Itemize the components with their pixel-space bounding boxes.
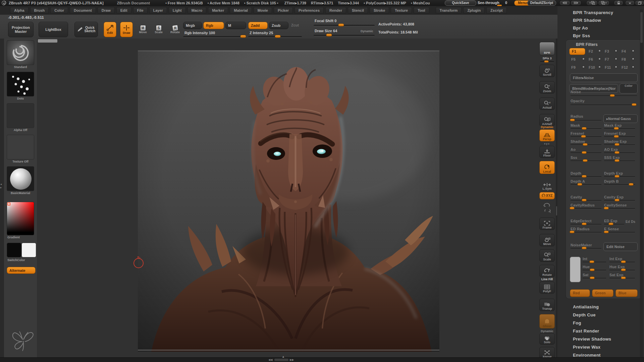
alternate-button[interactable]: Alternate [7, 267, 36, 274]
menu-render[interactable]: Render [325, 7, 346, 14]
polyf-button[interactable]: PolyF [539, 282, 555, 294]
menu-transform[interactable]: Transform [436, 7, 462, 14]
divider-left-icon[interactable] [559, 0, 570, 5]
document-canvas[interactable]: ↻ [138, 50, 439, 352]
lightbox-button[interactable]: LightBox [39, 22, 68, 37]
shadow-slider[interactable] [571, 144, 601, 145]
rotate-y-icon[interactable] [543, 202, 551, 208]
blue-channel-button[interactable]: Blue [615, 289, 638, 297]
bpr-ao-toggle[interactable]: Bpr Ao [573, 25, 588, 31]
menu-macro[interactable]: Macro [187, 7, 206, 14]
menu-file[interactable]: File [133, 7, 148, 14]
timeline-marker-icon[interactable]: ▲ [282, 355, 285, 358]
persp-button[interactable]: Persp [539, 129, 555, 141]
filter-slot-f2[interactable]: F2 [589, 49, 593, 53]
rotate-button[interactable]: R Rotate [169, 22, 181, 37]
filter-slot-f7[interactable]: F7 [605, 57, 609, 61]
bpr-sss-toggle[interactable]: Bpr Sss [573, 33, 590, 38]
filter-color-swatch[interactable]: Color [620, 83, 638, 94]
fresnel-exp-slider[interactable] [604, 136, 635, 137]
aahalf-button[interactable]: AAHalf [539, 114, 555, 126]
sat-exp-slider[interactable] [609, 278, 635, 279]
int-exp-slider[interactable] [609, 262, 635, 263]
filter-slot-f12[interactable]: F12 [622, 65, 628, 69]
projection-master-button[interactable]: ProjectionMaster [8, 22, 34, 37]
depth-slider[interactable] [571, 176, 601, 177]
quicksave-button[interactable]: QuickSave [445, 0, 476, 6]
brush-thumbnail-standard[interactable]: Standard [7, 40, 34, 69]
falloff-type-dropdown[interactable]: ▸Normal Gauss [603, 114, 638, 123]
bpr-filters-header[interactable]: BPR Filters [576, 42, 598, 47]
rotate-z-icon[interactable] [543, 209, 551, 216]
draw-size-slider[interactable] [314, 35, 375, 36]
ghost-button[interactable]: Ghost [539, 314, 555, 328]
hue-slider[interactable] [583, 270, 606, 271]
bpr-transparency-toggle[interactable]: BPR Transparency [573, 10, 613, 15]
depth-cue-section[interactable]: Depth Cue [573, 312, 596, 317]
color-picker-cursor[interactable] [7, 202, 10, 205]
radius-slider[interactable] [571, 120, 601, 121]
floor-button[interactable]: Floor [539, 146, 555, 158]
opacity-slider[interactable] [571, 105, 637, 106]
menu-draw[interactable]: Draw [98, 7, 115, 14]
menu-color[interactable]: Color [50, 7, 68, 14]
mask-exp-slider[interactable] [604, 128, 635, 129]
hue-exp-slider[interactable] [609, 270, 635, 271]
zoom-button[interactable]: Zoom [539, 81, 555, 94]
bpr-shadow-toggle[interactable]: BPR Shadow [573, 18, 601, 23]
fresnel-slider[interactable] [571, 136, 601, 137]
menu-marker[interactable]: Marker [208, 7, 228, 14]
z-intensity-slider[interactable] [248, 36, 302, 38]
filter-slot-f10[interactable]: F10 [589, 65, 595, 69]
frame-button[interactable]: Frame [539, 218, 555, 230]
filter-slot-f4[interactable]: F4 [622, 49, 626, 53]
hscroll-left-icon[interactable]: ◀◀ [268, 358, 272, 361]
sss-exp-slider[interactable] [604, 161, 635, 162]
main-color-swatch[interactable] [7, 243, 21, 257]
sat-slider[interactable] [583, 278, 606, 279]
filter-tint-swatch[interactable] [570, 257, 581, 282]
filter-type-dropdown[interactable]: Filter▸Noise [570, 73, 638, 82]
edit-noise-button[interactable]: Edit Noise [603, 242, 638, 251]
document-grip[interactable] [38, 39, 57, 43]
menu-alpha[interactable]: Alpha [10, 7, 29, 14]
rgb-intensity-slider[interactable] [183, 36, 246, 38]
green-channel-button[interactable]: Green [592, 289, 613, 297]
actual-size-button[interactable]: x1 Actual [539, 98, 555, 110]
lsym-button[interactable]: L.Sym [539, 181, 555, 191]
menu-stroke[interactable]: Stroke [370, 7, 389, 14]
menu-movie[interactable]: Movie [254, 7, 272, 14]
stroke-thumbnail-dots[interactable]: Dots [7, 72, 34, 100]
antialiasing-section[interactable]: Antialiasing [573, 304, 599, 309]
depth-b-slider[interactable] [604, 184, 635, 185]
solo-button[interactable]: Solo [539, 333, 555, 345]
filter-slot-f8[interactable]: F8 [622, 57, 626, 61]
alpha-thumbnail-off[interactable]: Alpha Off [7, 103, 34, 132]
spix-slider[interactable] [540, 61, 554, 63]
ed-radius-slider[interactable] [571, 232, 601, 233]
ed-exp-slider[interactable] [604, 224, 624, 225]
filter-slot-f11[interactable]: F11 [605, 65, 611, 69]
ao-slider[interactable] [571, 153, 601, 154]
switch-color-label[interactable]: SwitchColor [7, 258, 25, 262]
menu-material[interactable]: Material [230, 7, 252, 14]
zadd-button[interactable]: Zadd [248, 22, 268, 29]
ao-exp-slider[interactable] [604, 153, 635, 154]
right-panel-scrollbar[interactable] [640, 9, 643, 359]
preview-wax-section[interactable]: Preview Wax [573, 345, 600, 350]
texture-thumbnail-off[interactable]: Texture Off [7, 135, 34, 163]
menu-picker[interactable]: Picker [274, 7, 293, 14]
menu-tool[interactable]: Tool [414, 7, 429, 14]
environment-section[interactable]: Environment [573, 353, 601, 358]
move-view-button[interactable]: Move [539, 234, 555, 246]
filter-slot-f1[interactable]: F1 [569, 48, 585, 55]
menu-light[interactable]: Light [169, 7, 186, 14]
focal-shift-slider[interactable] [314, 25, 375, 26]
red-channel-button[interactable]: Red [570, 289, 590, 297]
filter-slot-f9[interactable]: F9 [571, 65, 576, 69]
secondary-color-swatch[interactable] [21, 243, 36, 257]
rgb-button[interactable]: Rgb [203, 22, 224, 29]
filter-slot-f3[interactable]: F3 [605, 49, 609, 53]
e-sense-slider[interactable] [604, 232, 635, 233]
menu-document[interactable]: Document [70, 7, 96, 14]
